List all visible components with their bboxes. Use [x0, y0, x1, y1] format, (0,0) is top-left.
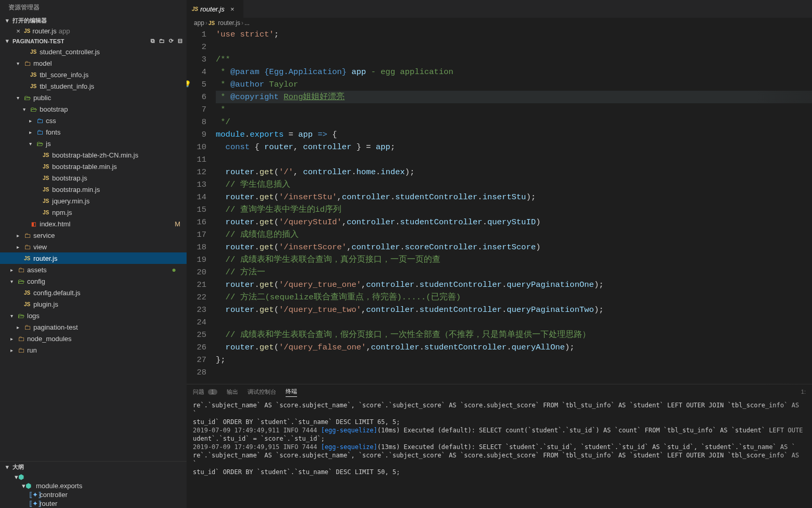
- chevron-icon: ▾: [10, 313, 16, 319]
- tree-item[interactable]: JSbootstrap.min.js: [0, 184, 187, 195]
- code-line[interactable]: // 查询学生表中学生的id序列: [216, 203, 812, 216]
- code-line[interactable]: *: [216, 103, 812, 116]
- editor-tab[interactable]: JS router.js ×: [187, 0, 244, 18]
- tree-item[interactable]: JSbootstrap-table.min.js: [0, 161, 187, 172]
- code-editor[interactable]: 1234💡56789101112131415161718192021222324…: [187, 28, 812, 384]
- close-icon[interactable]: ×: [229, 5, 236, 13]
- tree-item[interactable]: ▾🗁config: [0, 275, 187, 287]
- code-line[interactable]: router.get('/', controller.home.index);: [216, 166, 812, 178]
- code-content[interactable]: 'use strict';/** * @param {Egg.Applicati…: [216, 28, 812, 384]
- code-line[interactable]: /**: [216, 53, 812, 66]
- code-line[interactable]: [216, 366, 812, 379]
- lightbulb-icon[interactable]: 💡: [187, 78, 191, 91]
- new-folder-icon[interactable]: 🗀: [159, 38, 165, 44]
- chevron-right-icon: ›: [241, 19, 243, 27]
- line-number: 21: [187, 279, 206, 291]
- code-line[interactable]: // 成绩信息的插入: [216, 228, 812, 241]
- outline-item[interactable]: ▾⬢: [0, 473, 187, 481]
- tree-item[interactable]: ▸🗀assets●: [0, 264, 187, 275]
- tree-item[interactable]: JSnpm.js: [0, 207, 187, 218]
- tree-item[interactable]: ▸🗀service: [0, 229, 187, 241]
- code-line[interactable]: module.exports = app => {: [216, 128, 812, 141]
- bottom-panel: 问题 1 输出 调试控制台 终端 1: re`.`subject_name` A…: [187, 384, 812, 508]
- code-line[interactable]: * @author Taylor: [216, 78, 812, 91]
- outline-header[interactable]: ▾ 大纲: [0, 462, 187, 473]
- line-number: 24: [187, 316, 206, 329]
- tree-item[interactable]: ▸🗀fonts: [0, 126, 187, 138]
- tree-item[interactable]: ▾🗁public: [0, 92, 187, 103]
- tree-item[interactable]: ▾🗁bootstrap: [0, 103, 187, 115]
- code-line[interactable]: [216, 316, 812, 329]
- code-line[interactable]: router.get('/query_true_one',controller.…: [216, 279, 812, 291]
- tree-item[interactable]: JStbl_student_info.js: [0, 80, 187, 92]
- code-line[interactable]: const { router, controller } = app;: [216, 141, 812, 153]
- breadcrumb[interactable]: app › JS router.js › ...: [187, 18, 812, 28]
- tree-item[interactable]: JSconfig.default.js: [0, 287, 187, 298]
- new-file-icon[interactable]: ⧉: [151, 38, 155, 44]
- outline-item[interactable]: ⟦✦⟧controller: [0, 490, 187, 499]
- tree-item[interactable]: ▾🗁logs: [0, 310, 187, 321]
- code-line[interactable]: router.get('/query_false_one',controller…: [216, 341, 812, 354]
- code-line[interactable]: // 学生信息插入: [216, 178, 812, 191]
- breadcrumb-item[interactable]: app: [194, 19, 204, 27]
- code-line[interactable]: router.get('/queryStuId',controller.stud…: [216, 216, 812, 228]
- tree-item[interactable]: ▾🗁js: [0, 138, 187, 149]
- breadcrumb-item[interactable]: router.js: [218, 19, 240, 27]
- code-line[interactable]: [216, 153, 812, 166]
- tree-item-label: bootstrap-table.min.js: [52, 163, 117, 171]
- tree-item[interactable]: JSrouter.js: [0, 252, 187, 264]
- terminal-output[interactable]: re`.`subject_name` AS `score.subject_nam…: [187, 399, 812, 508]
- code-line[interactable]: 'use strict';: [216, 28, 812, 41]
- code-line[interactable]: router.get('/query_true_two',controller.…: [216, 304, 812, 316]
- project-header[interactable]: ▾ PAGINATION-TEST ⧉ 🗀 ⟳ ⊟: [0, 36, 187, 46]
- tree-item-label: student_controller.js: [40, 48, 100, 56]
- close-icon[interactable]: ×: [15, 27, 22, 35]
- chevron-icon: ▾: [29, 141, 34, 147]
- code-line[interactable]: */: [216, 116, 812, 128]
- open-editor-item[interactable]: × JS router.js app: [0, 26, 187, 36]
- line-number: 💡5: [187, 78, 206, 91]
- tree-item-label: logs: [27, 312, 40, 320]
- outline-item[interactable]: ⟦✦⟧router: [0, 499, 187, 508]
- tree-item-label: jquery.min.js: [52, 197, 90, 205]
- code-line[interactable]: // 方法二(sequelize联合查询重点，待完善).....(已完善): [216, 291, 812, 304]
- tree-item[interactable]: ▸🗀run: [0, 344, 187, 356]
- tab-output[interactable]: 输出: [227, 387, 238, 397]
- modified-indicator: M: [175, 220, 180, 228]
- terminal-selector[interactable]: 1:: [801, 389, 806, 395]
- tree-item[interactable]: JSjquery.min.js: [0, 195, 187, 207]
- collapse-icon[interactable]: ⊟: [178, 38, 182, 44]
- html-file-icon: ◧: [29, 221, 38, 227]
- tree-item[interactable]: ▸🗀css: [0, 115, 187, 126]
- code-line[interactable]: // 方法一: [216, 266, 812, 279]
- breadcrumb-item[interactable]: ...: [244, 19, 250, 27]
- tree-item[interactable]: JSplugin.js: [0, 298, 187, 310]
- code-line[interactable]: };: [216, 354, 812, 366]
- tree-item[interactable]: ▸🗀node_modules: [0, 333, 187, 344]
- tab-debug[interactable]: 调试控制台: [248, 387, 276, 397]
- tree-item[interactable]: JSbootstrap-table-zh-CN.min.js: [0, 149, 187, 161]
- js-file-icon: JS: [29, 49, 38, 55]
- tree-item[interactable]: JSstudent_controller.js: [0, 46, 187, 57]
- tree-item[interactable]: ◧index.htmlM: [0, 218, 187, 229]
- tree-item[interactable]: ▸🗀view: [0, 241, 187, 252]
- outline-item[interactable]: ▾⬢module.exports: [0, 481, 187, 490]
- code-line[interactable]: * @copyright Rong姐姐好漂亮: [216, 91, 812, 103]
- code-line[interactable]: router.get('/insertStu',controller.stude…: [216, 191, 812, 203]
- code-line[interactable]: [216, 41, 812, 53]
- open-editors-header[interactable]: ▾ 打开的编辑器: [0, 15, 187, 26]
- line-number: 17: [187, 228, 206, 241]
- tab-problems[interactable]: 问题 1: [193, 387, 217, 397]
- code-line[interactable]: * @param {Egg.Application} app - egg app…: [216, 66, 812, 78]
- tree-item-label: config.default.js: [33, 289, 80, 297]
- tree-item[interactable]: ▾🗀model: [0, 57, 187, 69]
- code-line[interactable]: router.get('/insertScore',controller.sco…: [216, 241, 812, 253]
- refresh-icon[interactable]: ⟳: [169, 38, 174, 44]
- panel-tabs: 问题 1 输出 调试控制台 终端 1:: [187, 384, 812, 399]
- tab-terminal[interactable]: 终端: [286, 386, 297, 397]
- code-line[interactable]: // 成绩表和学生表联合查询，假分页接口，一次性全部查（不推荐，只是简单提供一下…: [216, 329, 812, 341]
- tree-item[interactable]: JSbootstrap.js: [0, 172, 187, 184]
- code-line[interactable]: // 成绩表和学生表联合查询，真分页接口，一页一页的查: [216, 253, 812, 266]
- tree-item[interactable]: ▸🗀pagination-test: [0, 321, 187, 333]
- tree-item[interactable]: JStbl_score_info.js: [0, 69, 187, 80]
